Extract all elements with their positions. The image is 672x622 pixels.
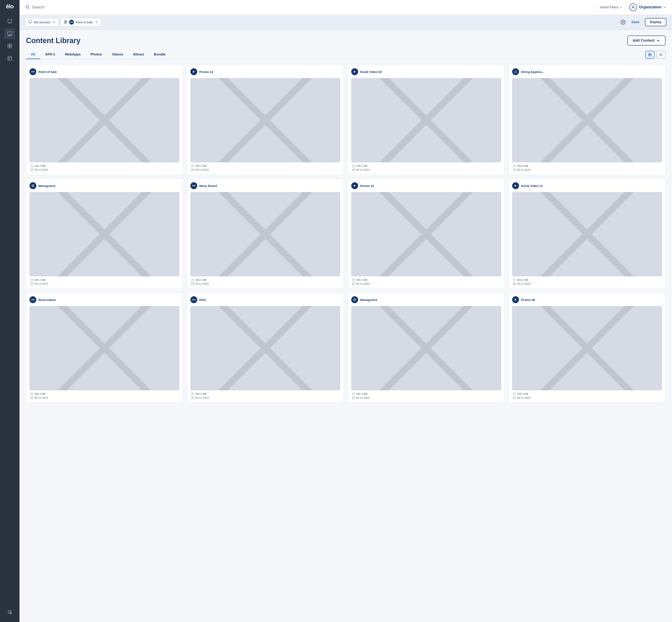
card-meta: 356.3 MB 05-11-2023 [30, 278, 179, 285]
svg-rect-8 [10, 46, 12, 48]
svg-rect-57 [31, 283, 33, 285]
org-area[interactable]: Organization [629, 3, 666, 11]
sidebar-item-devices[interactable] [4, 29, 15, 39]
content-card[interactable]: Kiosk Video 12 356.3 MB 05-11-2023 [509, 179, 666, 289]
sidebar-item-schedule[interactable] [4, 53, 15, 63]
card-date-row: 05-11-2023 [30, 168, 179, 171]
card-title: Promo 14 [199, 70, 213, 74]
content-card[interactable]: APK Menu Board 356.3 MB 05-11-2023 [187, 179, 344, 289]
svg-rect-0 [8, 20, 12, 23]
content-card[interactable]: Promo 14 356.3 MB 05-11-2023 [187, 65, 344, 175]
card-size: 356.3 MB [195, 278, 207, 281]
card-title: Promo 22 [360, 184, 374, 187]
tab-all[interactable]: All [26, 50, 40, 59]
sidebar-item-menu[interactable] [4, 607, 15, 617]
calendar-icon [513, 396, 516, 399]
user-avatar [629, 3, 637, 11]
card-date-row: 05-11-2023 [191, 168, 340, 171]
card-header: Promo 14 [190, 68, 340, 75]
card-badge: APK [190, 296, 197, 303]
saved-filters-button[interactable]: Saved Filters [600, 5, 623, 9]
content-card[interactable]: Promo 22 356.3 MB 05-11-2023 [348, 179, 505, 289]
card-size: 356.3 MB [34, 278, 46, 281]
card-title: Kiosk Video 03 [360, 70, 382, 74]
content-card[interactable]: Managment 356.3 MB 05-11-2023 [348, 293, 505, 403]
card-badge [351, 68, 358, 75]
filter-chip-devices[interactable]: 354 Devices ✕ [25, 18, 58, 26]
card-meta: 356.3 MB 05-11-2023 [512, 278, 662, 285]
topbar: Saved Filters Organization [20, 0, 672, 14]
calendar-icon [191, 282, 194, 285]
svg-marker-83 [353, 299, 356, 300]
grid-view-button[interactable] [645, 51, 655, 59]
content-card[interactable]: APK Reservation 356.3 MB 05-11-2023 [26, 293, 183, 403]
card-date-row: 05-11-2023 [30, 396, 179, 399]
svg-marker-56 [32, 184, 34, 186]
save-button[interactable]: Save [628, 19, 643, 26]
pos-badge: APK [69, 20, 74, 25]
file-icon [513, 392, 516, 395]
search-input[interactable] [32, 5, 93, 9]
org-chevron-icon [664, 6, 666, 9]
card-thumbnail [30, 78, 179, 162]
filter-chip-pos[interactable]: APK Point of Sale ✕ [61, 18, 101, 26]
card-header: Promo 22 [351, 182, 501, 189]
card-meta: 356.3 MB 05-11-2023 [351, 278, 501, 285]
content-card[interactable]: Kiosk Video 03 356.3 MB 05-11-2023 [348, 65, 505, 175]
card-title: KDS [199, 298, 206, 302]
svg-marker-70 [515, 185, 517, 187]
card-meta: 356.3 MB 05-11-2023 [30, 392, 179, 399]
content-header: Content Library Add Content [26, 36, 666, 45]
grid-view-icon [648, 53, 652, 57]
card-date: 05-11-2023 [34, 396, 48, 399]
pos-filter-remove[interactable]: ✕ [95, 21, 98, 24]
tab-bundle[interactable]: Bundle [149, 50, 170, 59]
svg-marker-42 [193, 71, 194, 73]
card-thumbnail [351, 192, 501, 276]
tab-attract[interactable]: Attract [128, 50, 149, 59]
card-header: Hiring Applica... [512, 68, 662, 75]
svg-rect-25 [66, 21, 67, 22]
tab-webapps[interactable]: WebApps [60, 50, 85, 59]
file-icon [352, 392, 355, 395]
card-size-row: 356.3 MB [352, 164, 501, 167]
svg-rect-32 [650, 53, 651, 55]
content-card[interactable]: Managment 356.3 MB 05-11-2023 [26, 179, 183, 289]
sidebar-item-upload[interactable] [4, 16, 15, 27]
calendar-icon [30, 282, 33, 285]
calendar-icon [191, 168, 194, 171]
deploy-button[interactable]: Deploy [645, 18, 666, 26]
card-size: 356.3 MB [195, 392, 207, 395]
tab-photos[interactable]: Photos [85, 50, 107, 59]
grid-icon [64, 20, 67, 24]
card-thumbnail [190, 78, 340, 162]
add-content-button[interactable]: Add Content [627, 36, 666, 45]
tab-apks[interactable]: APK's [40, 50, 60, 59]
content-card[interactable]: Promo 09 356.3 MB 05-11-2023 [509, 293, 666, 403]
card-badge [512, 68, 519, 75]
card-date-row: 05-11-2023 [513, 282, 662, 285]
card-date: 05-11-2023 [195, 396, 209, 399]
calendar-icon [352, 282, 355, 285]
content-card[interactable]: Hiring Applica... 356.3 MB 05-11-2023 [509, 65, 666, 175]
view-toggle [645, 51, 666, 59]
card-size-row: 356.3 MB [30, 392, 179, 395]
devices-filter-remove[interactable]: ✕ [53, 21, 55, 24]
plus-icon [656, 39, 660, 43]
svg-rect-38 [31, 169, 33, 171]
settings-button[interactable] [621, 20, 626, 25]
card-title: Hiring Applica... [521, 70, 544, 74]
content-card[interactable]: APK KDS 356.3 MB 05-11-2023 [187, 293, 344, 403]
card-size: 356.3 MB [34, 392, 46, 395]
svg-rect-27 [66, 22, 67, 23]
card-date-row: 05-11-2023 [352, 282, 501, 285]
tab-videos[interactable]: Videos [107, 50, 128, 59]
sidebar-item-groups[interactable] [4, 41, 15, 51]
card-size-row: 356.3 MB [191, 164, 340, 167]
list-view-button[interactable] [656, 51, 666, 59]
card-size: 356.3 MB [517, 392, 528, 395]
content-card[interactable]: APK Point of Sale 356.3 MB 05-11-2023 [26, 65, 183, 175]
card-size-row: 356.3 MB [191, 278, 340, 281]
card-size-row: 356.3 MB [513, 392, 662, 395]
calendar-icon [513, 168, 516, 171]
